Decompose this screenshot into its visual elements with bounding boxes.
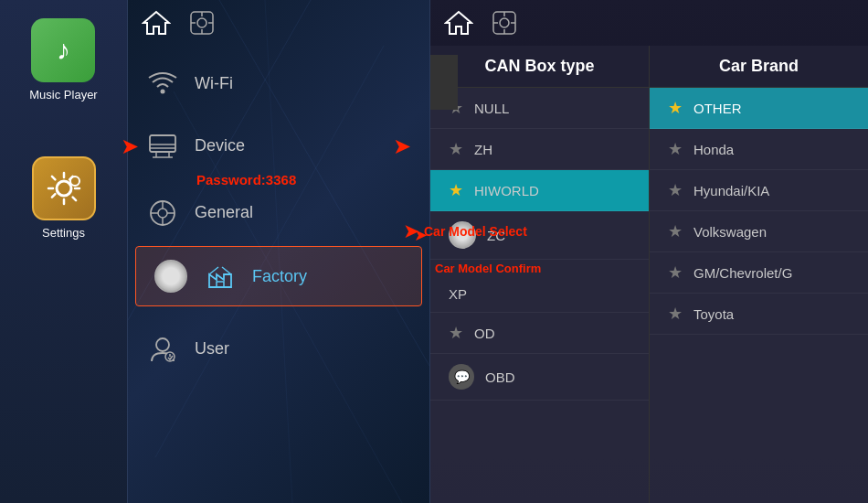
menu-list: Wi-Fi ➤ Device ➤ [128, 46, 429, 387]
volkswagen-label: Volkswagen [693, 224, 767, 240]
gm-label: GM/Chevrolet/G [693, 265, 792, 281]
car-brand-item-toyota[interactable]: ★ Toyota [650, 294, 868, 335]
right-panel-header [430, 0, 868, 46]
svg-marker-33 [446, 12, 471, 34]
user-icon [146, 333, 178, 365]
car-brand-header: Car Brand [650, 46, 868, 88]
factory-icon [204, 261, 236, 293]
other-star-icon: ★ [668, 98, 683, 118]
music-note-icon: ♪ [57, 35, 70, 66]
other-label: OTHER [693, 101, 742, 116]
can-item-xp[interactable]: XP [430, 276, 649, 313]
car-brand-item-hyundai[interactable]: ★ Hyundai/KIA [650, 170, 868, 211]
general-icon [146, 197, 178, 229]
car-brand-column: Car Brand ★ OTHER ★ Honda ★ Hyundai/KIA … [650, 46, 868, 503]
car-brand-item-other[interactable]: ★ OTHER [650, 88, 868, 129]
toyota-label: Toyota [693, 306, 734, 322]
can-box-overlay: CAN Box type ★ NULL ★ ZH ★ HIWORLD ZC ➤ … [430, 46, 868, 503]
device-label: Device [195, 136, 245, 155]
wifi-label: Wi-Fi [195, 74, 233, 93]
music-player-label: Music Player [29, 88, 97, 102]
sidebar: ♪ Music Player Settings [0, 0, 128, 503]
svg-point-14 [160, 89, 164, 93]
settings-small-icon-right[interactable] [492, 10, 517, 36]
user-label: User [195, 339, 229, 359]
car-model-confirm-label: Car Model Confirm [435, 262, 541, 275]
menu-item-factory[interactable]: Factory [135, 246, 422, 306]
car-brand-item-volkswagen[interactable]: ★ Volkswagen [650, 211, 868, 252]
settings-small-icon[interactable] [189, 10, 215, 36]
can-box-type-header: CAN Box type [430, 46, 649, 88]
svg-marker-7 [143, 12, 169, 34]
can-item-null[interactable]: ★ NULL [430, 88, 649, 129]
car-brand-item-gm[interactable]: ★ GM/Chevrolet/G [650, 252, 868, 294]
zh-star-icon: ★ [449, 139, 463, 159]
svg-point-30 [156, 338, 169, 351]
can-item-obd[interactable]: 💬 OBD [430, 354, 649, 401]
car-model-select-arrow: ➤ [403, 219, 419, 243]
factory-toggle[interactable] [154, 260, 187, 293]
home-icon[interactable] [142, 10, 171, 36]
hyundai-star-icon: ★ [668, 180, 683, 200]
svg-line-29 [222, 267, 231, 274]
svg-line-28 [209, 267, 218, 274]
toyota-star-icon: ★ [668, 304, 683, 324]
center-panel-header [128, 0, 429, 46]
menu-item-general[interactable]: General [128, 184, 429, 241]
right-panel: ➤ Car Model Select CAN Box type ★ NULL ★… [430, 0, 868, 503]
car-brand-item-honda[interactable]: ★ Honda [650, 129, 868, 170]
sidebar-item-music-player[interactable]: ♪ Music Player [29, 18, 97, 102]
wifi-icon [146, 68, 178, 100]
menu-item-device[interactable]: ➤ Device ➤ [128, 117, 429, 175]
device-arrow2-icon: ➤ [393, 134, 411, 159]
svg-point-35 [500, 18, 509, 27]
can-item-hiworld[interactable]: ★ HIWORLD [430, 170, 649, 211]
gm-star-icon: ★ [668, 262, 683, 283]
password-label: Password:3368 [196, 172, 296, 187]
svg-point-22 [158, 209, 167, 218]
can-box-type-column: CAN Box type ★ NULL ★ ZH ★ HIWORLD ZC ➤ … [430, 46, 649, 503]
center-panel: Wi-Fi ➤ Device ➤ [128, 0, 429, 503]
honda-star-icon: ★ [668, 139, 683, 159]
device-icon [146, 130, 178, 162]
can-item-zh[interactable]: ★ ZH [430, 129, 649, 170]
hiworld-label: HIWORLD [474, 183, 539, 198]
car-model-select-annotation: ➤ Car Model Select [403, 219, 527, 243]
device-arrow-icon: ➤ [121, 134, 139, 159]
od-star-icon: ★ [449, 323, 463, 343]
volkswagen-star-icon: ★ [668, 221, 683, 241]
hyundai-label: Hyundai/KIA [693, 183, 769, 198]
hiworld-star-icon: ★ [449, 180, 463, 200]
obd-label: OBD [485, 369, 515, 385]
general-label: General [195, 203, 253, 222]
od-label: OD [474, 326, 495, 341]
null-label: NULL [474, 101, 509, 116]
factory-label: Factory [252, 267, 307, 286]
can-item-od[interactable]: ★ OD [430, 313, 649, 354]
gear-icon [45, 169, 83, 208]
svg-point-9 [197, 18, 206, 27]
home-icon-right[interactable] [444, 10, 473, 36]
music-player-icon-box: ♪ [31, 18, 95, 82]
side-placeholder [430, 55, 458, 110]
menu-item-user[interactable]: User [128, 320, 429, 378]
svg-point-1 [70, 177, 79, 186]
settings-icon-box [32, 156, 96, 220]
menu-item-wifi[interactable]: Wi-Fi [128, 55, 429, 112]
obd-chat-icon: 💬 [449, 364, 474, 390]
zh-label: ZH [474, 142, 492, 157]
svg-point-0 [57, 181, 71, 196]
car-model-select-label: Car Model Select [424, 224, 527, 239]
xp-label: XP [449, 286, 467, 302]
sidebar-item-settings[interactable]: Settings [32, 156, 96, 240]
honda-label: Honda [693, 142, 734, 157]
center-content: Wi-Fi ➤ Device ➤ [128, 0, 429, 503]
settings-label: Settings [42, 226, 85, 240]
svg-rect-15 [150, 135, 175, 152]
